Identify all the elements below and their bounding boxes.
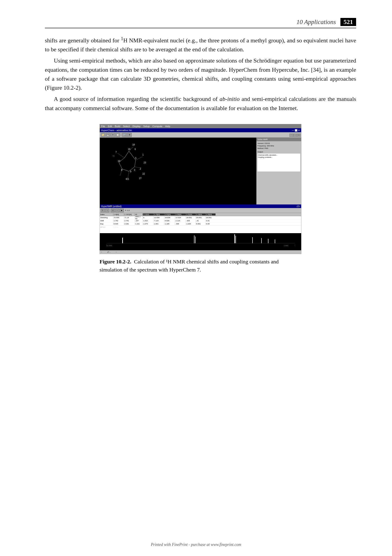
svg-text:18: 18 xyxy=(132,144,135,146)
menu-item-file[interactable]: File xyxy=(101,125,105,128)
menu-item-build[interactable]: Build xyxy=(115,125,120,128)
figure-container: File Edit Build Select Display Setup Com… xyxy=(100,124,301,274)
app-title: HyperChem - adrenaline.hin xyxy=(101,129,132,131)
svg-line-12 xyxy=(136,157,142,160)
menu-item-help[interactable]: Help xyxy=(165,125,170,128)
page-footer: Printed with FinePrint - purchase at www… xyxy=(0,542,392,547)
paragraph-1: shifts are generally obtained for 1H NMR… xyxy=(45,35,356,54)
svg-rect-37 xyxy=(235,236,236,243)
molecule-view: 19 7 10 8 4 21 3 2 1 5 18 70 6 xyxy=(100,138,256,204)
menu-item-display[interactable]: Display xyxy=(133,125,141,128)
svg-text:27: 27 xyxy=(139,177,142,180)
menu-bar: File Edit Build Select Display Setup Com… xyxy=(100,124,301,128)
svg-text:70: 70 xyxy=(112,155,115,157)
nmr-right-panel: Solve NMR Solvent: CDCl3 Frequency: 300 … xyxy=(256,138,301,204)
svg-text:5: 5 xyxy=(135,157,137,159)
hyperchem-screen: File Edit Build Select Display Setup Com… xyxy=(100,124,301,254)
svg-rect-40 xyxy=(268,239,268,243)
nmr-info-line3: Method: PM3 xyxy=(258,147,300,150)
menu-item-setup[interactable]: Setup xyxy=(143,125,150,128)
nmr-output-label: Output: xyxy=(258,151,300,153)
svg-rect-36 xyxy=(234,234,235,243)
chapter-title: 10 Applications xyxy=(297,18,336,26)
svg-text:9: 9 xyxy=(130,170,131,173)
svg-text:3: 3 xyxy=(134,169,135,171)
page-number: 521 xyxy=(340,18,356,26)
molecule-svg: 19 7 10 8 4 21 3 2 1 5 18 70 6 xyxy=(100,138,256,204)
svg-line-10 xyxy=(128,171,129,178)
nmr-info-line2: Frequency: 300 MHz xyxy=(258,145,300,147)
svg-text:23: 23 xyxy=(143,162,146,164)
svg-line-8 xyxy=(118,153,125,158)
spectrum-svg: 11 000 1 000 xyxy=(100,233,301,250)
svg-text:19: 19 xyxy=(128,148,131,150)
menu-item-compute[interactable]: Compute xyxy=(152,125,163,128)
toolbar-icon-3[interactable]: ✂ xyxy=(110,133,115,137)
nmr-tool-5[interactable]: ▶ xyxy=(120,209,124,212)
toolbar-icon-1[interactable]: 📁 xyxy=(101,133,105,137)
nmr-tool-1[interactable]: L xyxy=(101,209,105,212)
table-exp-row: Exp. 6.645 2.281 1.241 1.075 1.001 1.185… xyxy=(100,222,301,225)
svg-rect-39 xyxy=(261,238,262,243)
svg-text:7: 7 xyxy=(116,151,117,153)
nmr-data-table: Index 1 H[H] 1 13C[H] 41 3.13[H] 1.79[H]… xyxy=(100,213,301,233)
svg-text:21: 21 xyxy=(127,178,129,180)
nmr-panel-title: Solve NMR xyxy=(257,138,301,141)
nmr-tool-3[interactable]: |↕| xyxy=(111,209,115,212)
svg-rect-34 xyxy=(194,235,195,243)
menu-item-edit[interactable]: Edit xyxy=(108,125,112,128)
hypernmr-panel: HyperNMR (untitled) -|7|• L ↕ |↕| ← ▶ F:… xyxy=(100,204,301,254)
nmr-toolbar: L ↕ |↕| ← ▶ F: 2.2 xyxy=(100,208,301,213)
svg-line-6 xyxy=(129,151,136,160)
status-center: .2°... xyxy=(107,251,111,253)
status-bar: ← .2°... → xyxy=(100,250,301,254)
body-text: shifts are generally obtained for 1H NMR… xyxy=(45,35,356,113)
svg-text:1: 1 xyxy=(142,154,144,156)
toolbar-icon-2[interactable]: 💾 xyxy=(106,133,110,137)
table-extra-row: 1 F 1 1 ... ... ... xyxy=(100,225,301,229)
status-right: → xyxy=(115,251,117,253)
title-bar: HyperChem - adrenaline.hin — ⬜ ✕ xyxy=(100,128,301,132)
nmr-output-details: Coupling constants... xyxy=(258,156,300,159)
paragraph-3: A good source of information regarding t… xyxy=(45,95,356,113)
svg-line-3 xyxy=(122,169,129,171)
hypernmr-title: HyperNMR (untitled) -|7|• xyxy=(100,204,301,208)
figure-caption: Figure 10.2-2. Calculation of ¹H NMR che… xyxy=(100,258,301,274)
svg-text:1 000: 1 000 xyxy=(284,245,288,247)
svg-text:10: 10 xyxy=(118,160,120,162)
nmr-spectrum: 11 000 1 000 xyxy=(100,233,301,250)
svg-text:2: 2 xyxy=(140,168,141,170)
hypernmr-label: HyperNMR (untitled) xyxy=(101,205,122,208)
toolbar-icon-5[interactable]: 🔍 xyxy=(122,133,127,137)
status-left: ← xyxy=(101,251,102,253)
figure-label: Figure 10.2-2. xyxy=(100,259,131,264)
svg-rect-38 xyxy=(252,237,253,243)
table-header-row: Index 1 H[H] 1 13C[H] 41 3.13[H] 1.79[H]… xyxy=(100,213,301,216)
svg-line-0 xyxy=(125,151,129,158)
svg-text:22: 22 xyxy=(142,173,145,175)
svg-rect-35 xyxy=(195,237,196,243)
page: 10 Applications 521 shifts are generally… xyxy=(0,0,392,556)
nmr-info-line1: Solvent: CDCl3 xyxy=(258,142,300,145)
toolbar-icon-6[interactable]: ⚙ xyxy=(127,133,132,137)
table-shielding-row: Shielding 70.595 71.19 VHS 1 Hz b 12.056… xyxy=(100,216,301,219)
nmr-tool-2[interactable]: ↕ xyxy=(105,209,109,212)
menu-item-select[interactable]: Select xyxy=(123,125,130,128)
paragraph-2: Using semi-empirical methods, which are … xyxy=(45,56,356,92)
toolbar: 📁 💾 ✂ 📋 🔍 ⚙ ⁺|↕|✦ xyxy=(100,132,301,138)
svg-text:8: 8 xyxy=(121,169,122,171)
svg-line-2 xyxy=(119,162,122,169)
svg-line-5 xyxy=(134,160,136,167)
svg-text:6: 6 xyxy=(134,148,136,150)
nmr-output-text: Chemical shifts calculated... xyxy=(258,154,300,156)
table-shift-row: Shift 1.752 2.761 .247 1.522 7.115 6.028… xyxy=(100,219,301,222)
page-header: 10 Applications 521 xyxy=(45,18,356,28)
figure-image: File Edit Build Select Display Setup Com… xyxy=(100,124,301,254)
toolbar-icon-4[interactable]: 📋 xyxy=(116,133,120,137)
svg-rect-33 xyxy=(122,238,123,243)
svg-text:11 000: 11 000 xyxy=(107,245,112,247)
svg-rect-41 xyxy=(275,239,275,243)
nmr-tool-4[interactable]: ← xyxy=(115,209,119,212)
